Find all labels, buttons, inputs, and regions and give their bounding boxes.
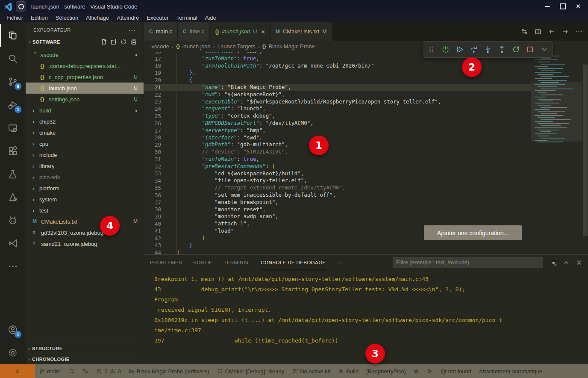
panel-tab-console-de-d-bogage[interactable]: CONSOLE DE DÉBOGAGE: [261, 255, 326, 270]
section-structure[interactable]: ›STRUCTURE: [26, 343, 144, 354]
activity-extensions[interactable]: [0, 139, 26, 162]
activity-run-and-debug[interactable]: 1: [0, 93, 26, 116]
tree-item-gd32vf103-ozone-jdebug[interactable]: ≡gd32vf103_ozone.jdebug: [26, 227, 144, 238]
status-qt-status[interactable]: Qt not found: [437, 364, 475, 378]
panel-tab-terminal[interactable]: TERMINAL: [223, 255, 250, 270]
filter-button[interactable]: [550, 259, 557, 266]
status-git-branch[interactable]: main*: [35, 364, 65, 378]
activity-platformio[interactable]: [0, 209, 26, 232]
add-configuration-button[interactable]: Ajouter une configuration...: [424, 225, 522, 240]
new-folder-button[interactable]: [110, 38, 117, 45]
new-file-button[interactable]: [100, 38, 107, 45]
tree-item-pico-sdk[interactable]: ›pico-sdk: [26, 171, 144, 183]
menu-affichage[interactable]: Affichage: [82, 13, 113, 22]
stop-button[interactable]: [524, 44, 536, 56]
activity-settings[interactable]: [0, 341, 26, 364]
tree-item-system[interactable]: ›system: [26, 194, 144, 205]
maximize-button[interactable]: [557, 2, 568, 11]
section-chronologie[interactable]: ›CHRONOLOGIE: [26, 354, 144, 364]
refresh-button[interactable]: [120, 38, 127, 45]
tree-item-c-cpp-properties-json[interactable]: {}c_cpp_properties.jsonU: [26, 71, 144, 83]
more-actions-button[interactable]: [576, 28, 582, 35]
menu-exécuter[interactable]: Exécuter: [143, 13, 172, 22]
menu-atteindre[interactable]: Atteindre: [113, 13, 143, 22]
status-cmake-build[interactable]: Build: [334, 364, 362, 378]
sidebar-more-button[interactable]: ···: [128, 26, 136, 33]
workspace-section-header[interactable]: › SOFTWARE: [26, 37, 144, 47]
status-auto-attach[interactable]: Attachement automatique: [475, 364, 546, 378]
activity-more[interactable]: [0, 255, 26, 278]
tree-item-test[interactable]: ›test: [26, 205, 144, 216]
tree-item-cmake[interactable]: ›cmake: [26, 127, 144, 138]
step-over-button[interactable]: [467, 44, 479, 56]
open-changes-button[interactable]: [521, 28, 528, 35]
maximize-panel-button[interactable]: [563, 259, 570, 266]
tree-item-launch-json[interactable]: {}launch.jsonU: [26, 83, 144, 94]
activity-explorer[interactable]: [0, 24, 26, 47]
power-button[interactable]: [439, 44, 451, 56]
code-editor[interactable]: 16 "interface": "swd",17 "runToMain": tr…: [144, 52, 588, 254]
minimap-slider[interactable]: [531, 82, 582, 142]
status-git-compare[interactable]: [79, 364, 92, 378]
panel-more-button[interactable]: ···: [337, 259, 344, 266]
activity-visual-studio[interactable]: [0, 232, 26, 255]
status-cmake-status[interactable]: CMake: [Debug]: Ready: [213, 364, 288, 378]
menu-edition[interactable]: Edition: [27, 13, 52, 22]
tree-item-cmakelists-txt[interactable]: MCMakeLists.txtM: [26, 216, 144, 227]
tree-item-library[interactable]: ›library: [26, 160, 144, 171]
breadcrumb-item[interactable]: launch.json: [182, 43, 211, 50]
continue-button[interactable]: [453, 44, 465, 56]
tree-item-chip32[interactable]: ›chip32: [26, 116, 144, 127]
tab-cmakelists[interactable]: MCMakeLists.txtM: [270, 22, 332, 41]
activity-source-control[interactable]: 9: [0, 70, 26, 93]
go-back-button[interactable]: [548, 28, 555, 35]
status-remote[interactable]: [0, 364, 35, 378]
drag-handle-button[interactable]: [425, 44, 437, 56]
tab-main-c[interactable]: Cmain.c: [144, 22, 178, 41]
status-cmake-debug[interactable]: [409, 364, 423, 378]
close-tab-icon[interactable]: ×: [261, 28, 265, 35]
menu-aide[interactable]: Aide: [201, 13, 220, 22]
tab-launch-json[interactable]: {}launch.jsonU×: [210, 22, 270, 41]
status-git-sync[interactable]: [65, 364, 79, 378]
restart-button[interactable]: [510, 44, 522, 56]
step-out-button[interactable]: [496, 44, 508, 56]
activity-cmake[interactable]: [0, 186, 26, 209]
status-cmake-kit[interactable]: No active kit: [288, 364, 334, 378]
activity-testing[interactable]: [0, 162, 26, 186]
vertical-scrollbar[interactable]: [582, 52, 588, 254]
go-forward-button[interactable]: [562, 28, 569, 35]
panel-tab-probl-mes[interactable]: PROBLÈMES: [150, 255, 182, 270]
tree-item-build[interactable]: ›build●: [26, 105, 144, 116]
tree-item-include[interactable]: ›include: [26, 149, 144, 160]
scrollbar-thumb[interactable]: [583, 65, 588, 236]
activity-remote-explorer[interactable]: [0, 116, 26, 139]
menu-fichier[interactable]: Fichier: [3, 13, 27, 22]
tree-item-samd21-ozone-jdebug[interactable]: ≡samd21_ozone.jdebug: [26, 238, 144, 249]
close-button[interactable]: ×: [573, 2, 584, 11]
menu-sélection[interactable]: Sélection: [52, 13, 82, 22]
tree-item--vscode[interactable]: ›.vscode●: [26, 49, 144, 60]
dropdown-button[interactable]: [538, 44, 550, 56]
panel-tab-sortie[interactable]: SORTIE: [193, 255, 212, 270]
debug-console-filter-input[interactable]: [393, 257, 543, 268]
tree-item--cortex-debug-registers-stat-[interactable]: {}.cortex-debug.registers.stat...: [26, 60, 144, 71]
close-panel-button[interactable]: [576, 259, 582, 266]
breadcrumb-item[interactable]: Launch Targets: [218, 43, 256, 50]
tree-item-platform[interactable]: ›platform: [26, 183, 144, 194]
activity-search[interactable]: [0, 47, 26, 70]
menu-terminal[interactable]: Terminal: [173, 13, 201, 22]
tree-item-settings-json[interactable]: {}settings.jsonU: [26, 94, 144, 105]
status-debug-target[interactable]: Black Magic Probe (software): [125, 364, 213, 378]
minimize-button[interactable]: [542, 2, 553, 11]
split-editor-button[interactable]: [535, 28, 541, 35]
status-cmake-launch[interactable]: [423, 364, 437, 378]
collapse-all-button[interactable]: [130, 38, 137, 45]
status-problems[interactable]: 00: [92, 364, 124, 378]
breadcrumb-item[interactable]: Black Magic Probe: [268, 43, 315, 50]
tree-item-cpu[interactable]: ›cpu: [26, 138, 144, 149]
status-cmake-target[interactable]: [RaspberryPico]: [362, 364, 409, 378]
activity-accounts[interactable]: 1: [0, 318, 26, 341]
tab-time-c[interactable]: Ctime.c: [178, 22, 210, 41]
minimap[interactable]: [531, 52, 582, 254]
